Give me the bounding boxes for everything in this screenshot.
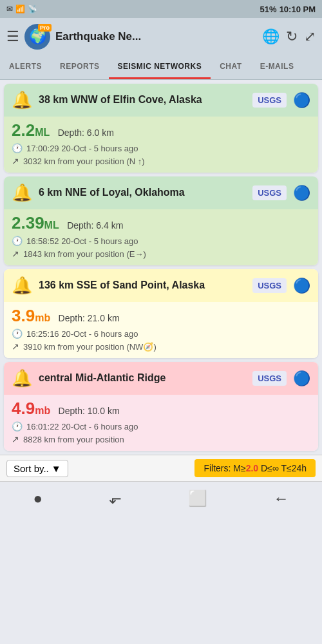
filter-display: Filters: M≥2.0 D≤∞ T≤24h [194,459,316,477]
eq-card-1-header: 🔔 38 km WNW of Elfin Cove, Alaska USGS 🔵 [4,84,318,117]
eq-time-4: 🕐 16:01:22 20-Oct - 6 hours ago [12,421,310,431]
earthquake-icon-4: 🔔 [12,368,32,388]
eq-mag-type-3: mb [35,312,50,323]
clock: 10:10 PM [279,5,316,14]
compass-icon-4: ↗ [12,434,19,444]
eq-source-2: USGS [252,185,287,200]
eq-card-2-body: 2.39ML Depth: 6.4 km 🕐 16:58:52 20-Oct -… [4,209,318,265]
status-bar: ✉ 📶 📡 51% 10:10 PM [0,0,322,18]
sort-chevron-icon: ▼ [52,463,61,474]
nav-home-icon[interactable]: ⬜ [188,489,207,507]
eq-card-1-body: 2.2ML Depth: 6.0 km 🕐 17:00:29 20-Oct - … [4,117,318,173]
eq-magnitude-3: 3.9 [12,306,35,325]
eq-card-4-header: 🔔 central Mid-Atlantic Ridge USGS 🔵 [4,362,318,395]
battery-percent: 51% [260,5,277,14]
eq-magnitude-2: 2.39 [12,213,44,232]
eq-time-text-2: 16:58:52 20-Oct - 5 hours ago [26,236,138,246]
earthquake-card-1[interactable]: 🔔 38 km WNW of Elfin Cove, Alaska USGS 🔵… [4,84,318,173]
eq-distance-text-3: 3910 km from your position (NW🧭) [23,342,156,352]
eq-mag-line-3: 3.9mb Depth: 21.0 km [12,306,310,326]
eq-distance-text-1: 3032 km from your position (N ↑) [23,156,145,166]
eq-mag-type-4: mb [35,405,50,416]
share-icon-1[interactable]: 🔵 [293,92,310,109]
sort-label: Sort by.. [14,463,49,474]
status-right: 51% 10:10 PM [260,5,316,14]
eq-mag-line-1: 2.2ML Depth: 6.0 km [12,120,310,140]
tab-emails[interactable]: E-MAILS [251,55,303,79]
eq-card-4-body: 4.9mb Depth: 10.0 km 🕐 16:01:22 20-Oct -… [4,395,318,451]
eq-time-3: 🕐 16:25:16 20-Oct - 6 hours ago [12,328,310,339]
share-icon-3[interactable]: 🔵 [293,278,310,294]
nav-dot-icon[interactable]: ● [33,489,43,507]
eq-location-2: 6 km NNE of Loyal, Oklahoma [39,186,246,200]
earthquake-card-3[interactable]: 🔔 136 km SSE of Sand Point, Alaska USGS … [4,269,318,358]
clock-icon-4: 🕐 [12,421,23,431]
tab-reports[interactable]: REPORTS [51,55,109,79]
app-title: Earthquake Ne... [55,30,257,43]
eq-distance-text-4: 8828 km from your position [23,435,124,444]
tab-alerts[interactable]: ALERTS [0,55,51,79]
eq-magnitude-1: 2.2 [12,120,35,140]
share-icon-2[interactable]: 🔵 [293,185,310,202]
eq-depth-2: Depth: 6.4 km [67,220,123,231]
eq-magnitude-4: 4.9 [12,399,35,418]
clock-icon-2: 🕐 [12,236,23,246]
navigation-bar: ● ⬐ ⬜ ← [0,481,322,515]
earthquake-icon-3: 🔔 [12,276,32,296]
menu-icon[interactable]: ☰ [6,28,19,45]
signal-icon: 📶 [15,5,25,14]
eq-time-2: 🕐 16:58:52 20-Oct - 5 hours ago [12,236,310,246]
eq-mag-line-4: 4.9mb Depth: 10.0 km [12,399,310,419]
filter-mag: 2.0 [246,463,258,473]
eq-distance-1: ↗ 3032 km from your position (N ↑) [12,156,310,166]
wifi-icon: 📡 [28,5,37,14]
eq-distance-text-2: 1843 km from your position (E→) [23,249,146,259]
tab-bar: ALERTS REPORTS SEISMIC NETWORKS CHAT E-M… [0,55,322,80]
earthquake-list: 🔔 38 km WNW of Elfin Cove, Alaska USGS 🔵… [0,80,322,451]
nav-back-arrow-icon[interactable]: ← [274,489,289,507]
nav-back-icon[interactable]: ⬐ [109,489,122,507]
eq-mag-type-1: ML [35,127,50,138]
app-logo-wrap: 🌍 Pro [24,24,50,50]
eq-distance-4: ↗ 8828 km from your position [12,434,310,444]
eq-source-1: USGS [252,93,287,108]
header-icons: 🌐 ↻ ⤢ [262,28,316,45]
globe-icon[interactable]: 🌐 [262,28,279,45]
header: ☰ 🌍 Pro Earthquake Ne... 🌐 ↻ ⤢ [0,18,322,55]
eq-source-3: USGS [252,278,287,293]
clock-icon-3: 🕐 [12,328,23,339]
eq-time-text-4: 16:01:22 20-Oct - 6 hours ago [26,422,138,431]
eq-card-3-header: 🔔 136 km SSE of Sand Point, Alaska USGS … [4,269,318,302]
earthquake-card-2[interactable]: 🔔 6 km NNE of Loyal, Oklahoma USGS 🔵 2.3… [4,176,318,265]
eq-card-2-header: 🔔 6 km NNE of Loyal, Oklahoma USGS 🔵 [4,176,318,209]
eq-location-4: central Mid-Atlantic Ridge [39,372,246,385]
sort-button[interactable]: Sort by.. ▼ [6,460,68,477]
eq-card-3-body: 3.9mb Depth: 21.0 km 🕐 16:25:16 20-Oct -… [4,302,318,358]
eq-source-4: USGS [252,371,287,386]
eq-time-1: 🕐 17:00:29 20-Oct - 5 hours ago [12,143,310,153]
eq-time-text-3: 16:25:16 20-Oct - 6 hours ago [26,329,138,339]
eq-mag-type-2: ML [44,220,59,231]
earthquake-icon-1: 🔔 [12,90,32,110]
compass-icon-3: ↗ [12,341,19,352]
clock-icon-1: 🕐 [12,143,23,153]
eq-location-1: 38 km WNW of Elfin Cove, Alaska [39,93,246,107]
eq-distance-3: ↗ 3910 km from your position (NW🧭) [12,341,310,352]
eq-depth-1: Depth: 6.0 km [58,128,114,138]
share-icon-4[interactable]: 🔵 [293,370,310,387]
eq-depth-3: Depth: 21.0 km [59,313,120,323]
compass-icon-1: ↗ [12,156,19,166]
eq-mag-line-2: 2.39ML Depth: 6.4 km [12,213,310,233]
refresh-icon[interactable]: ↻ [286,28,298,45]
compass-icon-2: ↗ [12,249,19,259]
expand-icon[interactable]: ⤢ [304,28,316,45]
sort-filter-bar: Sort by.. ▼ Filters: M≥2.0 D≤∞ T≤24h [0,455,322,481]
tab-seismic-networks[interactable]: SEISMIC NETWORKS [109,55,211,79]
eq-location-3: 136 km SSE of Sand Point, Alaska [39,279,246,292]
earthquake-card-4[interactable]: 🔔 central Mid-Atlantic Ridge USGS 🔵 4.9m… [4,362,318,451]
filter-text: Filters: M≥2.0 D≤∞ T≤24h [204,463,307,473]
eq-depth-4: Depth: 10.0 km [59,406,120,416]
bottom-controls: Sort by.. ▼ Filters: M≥2.0 D≤∞ T≤24h [0,455,322,481]
eq-distance-2: ↗ 1843 km from your position (E→) [12,249,310,259]
tab-chat[interactable]: CHAT [211,55,251,79]
